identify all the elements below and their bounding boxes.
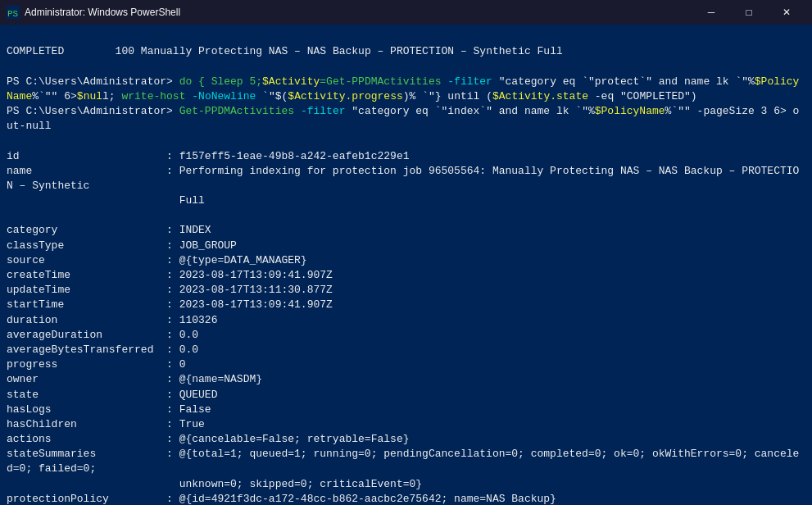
- terminal-body: COMPLETED 100 Manually Protecting NAS – …: [0, 25, 812, 505]
- minimize-button[interactable]: ─: [692, 0, 730, 25]
- line-duration: duration : 110326: [7, 314, 217, 326]
- window-controls: ─ □ ✕: [692, 0, 805, 25]
- close-button[interactable]: ✕: [768, 0, 805, 25]
- line-blank-2: [7, 134, 13, 147]
- line-avgduration: averageDuration : 0.0: [7, 329, 198, 341]
- line-name: name : Performing indexing for protectio…: [7, 165, 799, 192]
- line-actions: actions : @{cancelable=False; retryable=…: [7, 433, 409, 445]
- line-completed: COMPLETED 100 Manually Protecting NAS – …: [7, 45, 563, 57]
- line-starttime: startTime : 2023-08-17T13:09:41.907Z: [7, 298, 333, 311]
- window-title: Administrator: Windows PowerShell: [25, 7, 180, 18]
- line-cmd-1: PS C:\Users\Administrator> do { Sleep 5;…: [7, 75, 799, 102]
- line-name-cont: Full: [7, 194, 205, 207]
- maximize-button[interactable]: □: [730, 0, 768, 25]
- line-avgbytes: averageBytesTransferred : 0.0: [7, 343, 198, 356]
- line-statesummaries: stateSummaries : @{total=1; queued=1; ru…: [7, 448, 799, 475]
- line-classtype: classType : JOB_GROUP: [7, 239, 237, 252]
- line-statesummaries-cont: unknown=0; skipped=0; criticalEvent=0}: [7, 478, 422, 490]
- line-blank-1: [7, 60, 13, 72]
- line-protpolicy: protectionPolicy : @{id=4921f3dc-a172-48…: [7, 493, 556, 505]
- line-state: state : QUEUED: [7, 389, 217, 401]
- line-blank-3: [7, 209, 13, 221]
- line-updatetime: updateTime : 2023-08-17T13:11:30.877Z: [7, 284, 333, 296]
- line-haslogs: hasLogs : False: [7, 403, 211, 416]
- line-owner: owner : @{name=NASDM}: [7, 373, 262, 385]
- line-createtime: createTime : 2023-08-17T13:09:41.907Z: [7, 269, 333, 281]
- titlebar-left: PS Administrator: Windows PowerShell: [7, 6, 180, 19]
- line-category: category : INDEX: [7, 224, 211, 236]
- powershell-icon: PS: [7, 6, 20, 19]
- titlebar: PS Administrator: Windows PowerShell ─ □…: [0, 0, 812, 25]
- line-progress: progress : 0: [7, 358, 185, 371]
- line-cmd-2: PS C:\Users\Administrator> Get-PPDMActiv…: [7, 105, 799, 132]
- line-source: source : @{type=DATA_MANAGER}: [7, 254, 307, 266]
- line-id: id : f157eff5-1eae-49b8-a242-eafeb1c229e…: [7, 150, 409, 162]
- svg-text:PS: PS: [7, 9, 19, 19]
- line-haschildren: hasChildren : True: [7, 418, 205, 430]
